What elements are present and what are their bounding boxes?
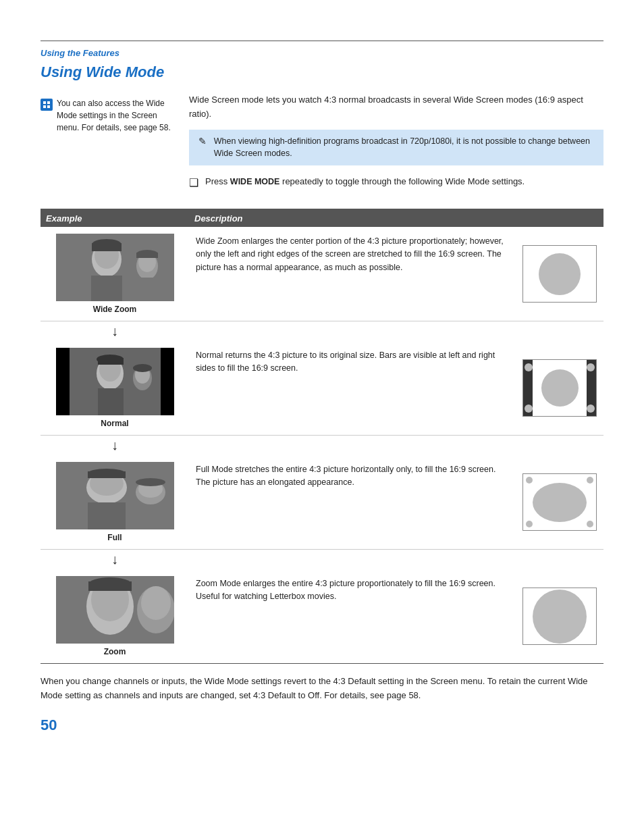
full-label: Full — [107, 533, 122, 542]
full-corner-bl — [526, 521, 533, 527]
zoom-image — [56, 576, 174, 644]
normal-image — [56, 348, 174, 415]
arrow-below-full: ↓ — [41, 550, 189, 569]
mode-row-container-zoom: Zoom Zoom Mode enlarges the entire 4:3 p… — [41, 569, 603, 664]
mode-row-container-wide-zoom: Wide Zoom Wide Zoom enlarges the center … — [41, 227, 603, 341]
svg-point-33 — [136, 478, 165, 486]
wide-zoom-label: Wide Zoom — [93, 305, 137, 314]
full-ellipse — [533, 483, 587, 522]
wide-zoom-image — [56, 234, 174, 301]
corner-circle-br — [587, 405, 595, 413]
mode-row-container-full: Full Full Mode stretches the entire 4:3 … — [41, 455, 603, 569]
svg-rect-9 — [91, 276, 122, 301]
zoom-diagram-area — [516, 569, 603, 663]
section-label: Using the Features — [41, 48, 603, 58]
table-header: Example Description — [41, 210, 603, 227]
intro-left-column: You can also access the Wide Mode settin… — [41, 93, 176, 198]
mode-row-wide-zoom: Wide Zoom Wide Zoom enlarges the center … — [41, 227, 603, 321]
normal-image-inner — [70, 348, 161, 415]
corner-circle-tr — [587, 363, 595, 371]
full-corner-tl — [526, 477, 533, 484]
svg-rect-14 — [136, 278, 158, 301]
svg-rect-3 — [47, 105, 50, 108]
normal-desc: Normal returns the 4:3 picture to its or… — [189, 341, 516, 435]
intro-main-text: Wide Screen mode lets you watch 4:3 norm… — [189, 93, 603, 122]
zoom-label: Zoom — [104, 647, 126, 656]
normal-label: Normal — [101, 419, 128, 428]
mode-left-wide-zoom: Wide Zoom — [41, 227, 189, 321]
svg-rect-20 — [98, 388, 124, 415]
settings-icon — [41, 99, 53, 111]
full-diagram-area — [516, 455, 603, 549]
svg-rect-0 — [43, 101, 46, 104]
svg-rect-1 — [47, 101, 50, 104]
normal-circle — [541, 369, 579, 407]
intro-right-column: Wide Screen mode lets you watch 4:3 norm… — [189, 93, 603, 198]
svg-rect-30 — [88, 502, 126, 529]
highlight-note-box: ✎ When viewing high-definition programs … — [189, 130, 603, 166]
after-table-paragraph: When you change channels or inputs, the … — [41, 675, 603, 703]
corner-circle-tl — [525, 363, 533, 371]
header-description: Description — [194, 213, 598, 224]
mode-left-normal: Normal — [41, 341, 189, 435]
top-rule — [41, 41, 603, 41]
after-table-text: When you change channels or inputs, the … — [41, 675, 603, 703]
wide-zoom-diagram-area — [516, 227, 603, 321]
bullet-item: ❑ Press WIDE MODE repeatedly to toggle t… — [189, 175, 603, 191]
full-image — [56, 462, 174, 529]
svg-rect-2 — [43, 105, 46, 108]
full-corner-br — [587, 521, 593, 527]
full-corner-tr — [587, 477, 593, 484]
highlight-note-text: When viewing high-definition programs br… — [214, 135, 595, 161]
wide-zoom-desc: Wide Zoom enlarges the center portion of… — [189, 227, 516, 321]
pencil-icon: ✎ — [197, 135, 209, 149]
mode-left-zoom: Zoom — [41, 569, 189, 663]
checkbox-icon: ❑ — [189, 175, 198, 191]
svg-rect-8 — [92, 243, 122, 251]
full-diagram — [522, 473, 597, 531]
mode-row-full: Full Full Mode stretches the entire 4:3 … — [41, 455, 603, 550]
bullet-text: Press WIDE MODE repeatedly to toggle thr… — [205, 175, 525, 188]
full-desc: Full Mode stretches the entire 4:3 pictu… — [189, 455, 516, 549]
left-note-text: You can also access the Wide Mode settin… — [57, 97, 176, 134]
zoom-circle — [533, 590, 587, 644]
svg-rect-19 — [98, 358, 124, 365]
wide-zoom-circle — [539, 253, 581, 295]
arrow-below-normal: ↓ — [41, 436, 189, 455]
mode-left-full: Full — [41, 455, 189, 549]
mode-table: Example Description — [41, 209, 603, 664]
header-example: Example — [46, 213, 194, 224]
wide-zoom-diagram — [522, 245, 597, 303]
normal-diagram — [522, 359, 597, 417]
corner-circle-bl — [525, 405, 533, 413]
mode-row-zoom: Zoom Zoom Mode enlarges the entire 4:3 p… — [41, 569, 603, 664]
page-container: Using the Features Using Wide Mode You c… — [0, 41, 644, 834]
svg-point-23 — [133, 364, 152, 372]
page-title: Using Wide Mode — [41, 63, 603, 81]
svg-rect-24 — [149, 390, 161, 415]
page-number: 50 — [41, 716, 603, 734]
left-note: You can also access the Wide Mode settin… — [41, 97, 176, 134]
zoom-diagram — [522, 588, 597, 645]
svg-rect-13 — [136, 253, 158, 258]
svg-rect-38 — [88, 581, 132, 591]
mode-row-container-normal: Normal Normal returns the 4:3 picture to… — [41, 341, 603, 455]
svg-rect-29 — [88, 471, 126, 478]
normal-diagram-area — [516, 341, 603, 435]
arrow-below-wide-zoom: ↓ — [41, 321, 189, 341]
mode-row-normal: Normal Normal returns the 4:3 picture to… — [41, 341, 603, 436]
intro-layout: You can also access the Wide Mode settin… — [41, 93, 603, 198]
svg-point-40 — [141, 586, 171, 620]
zoom-desc: Zoom Mode enlarges the entire 4:3 pictur… — [189, 569, 516, 663]
